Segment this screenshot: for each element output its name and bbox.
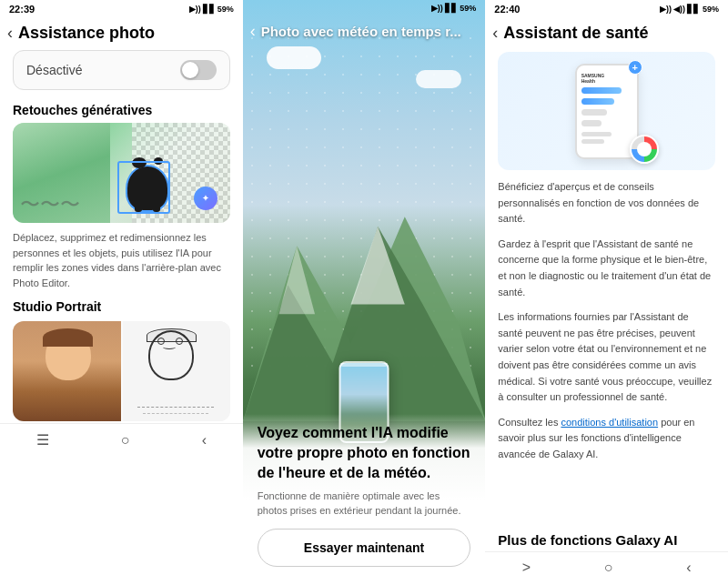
nav-back-3[interactable]: ‹ (686, 560, 691, 576)
battery-icon: 59% (217, 5, 234, 14)
signal-icon-3: ▶)) (660, 5, 672, 14)
panel2-bottom: Voyez comment l'IA modifie votre propre … (243, 414, 486, 585)
back-button-1[interactable]: ‹ (7, 24, 13, 43)
generative-retouches-desc: Déplacez, supprimez et redimensionnez le… (0, 223, 243, 296)
battery-icon-2: ▋▋ 59% (445, 4, 477, 13)
health-text-2: Gardez à l'esprit que l'Assistant de san… (498, 237, 715, 300)
health-text-4-prefix: Consultez les (498, 417, 561, 428)
page-title-3: Assistant de santé (503, 24, 648, 43)
health-ring-chart (630, 135, 659, 164)
dashed-path-icon: 〜〜〜 (20, 191, 80, 218)
status-icons-3: ▶)) ◀)) ▋▋ 59% (660, 5, 719, 14)
nav-back-1[interactable]: ‹ (202, 432, 207, 449)
panel-assistance-photo: 22:39 ▶)) ▋▋ 59% ‹ Assistance photo Désa… (0, 0, 243, 585)
nav-recent-3[interactable]: > (522, 560, 531, 576)
health-bar-6 (581, 139, 604, 144)
health-bar-1 (581, 87, 622, 94)
signal-icon-2: ▶)) (431, 4, 443, 13)
studio-portrait-image (13, 321, 230, 421)
time-3: 22:40 (494, 4, 520, 15)
page-title-1: Assistance photo (18, 24, 155, 43)
plus-badge: + (628, 60, 642, 75)
page-title-2: Photo avec météo en temps r... (261, 24, 461, 39)
ai-badge: ✦ (194, 187, 217, 210)
health-bar-3 (581, 109, 607, 116)
weather-subtext: Fonctionne de manière optimale avec les … (258, 489, 471, 518)
page-header-3: ‹ Assistant de santé (485, 18, 728, 48)
portrait-photo (13, 321, 121, 421)
health-illustration: SAMSUNGHealth + (498, 52, 715, 170)
back-button-3[interactable]: ‹ (492, 24, 498, 43)
header-overlay: ▶)) ▋▋ 59% ‹ Photo avec météo en temps r… (243, 0, 486, 46)
section-title-portrait: Studio Portrait (0, 296, 243, 319)
conditions-link[interactable]: conditions d'utilisation (561, 417, 658, 428)
health-bar-4 (581, 120, 602, 126)
nav-home-3[interactable]: ○ (604, 560, 613, 576)
samsung-health-label: SAMSUNGHealth (581, 73, 632, 84)
try-now-button[interactable]: Essayer maintenant (258, 529, 471, 567)
health-text-3: Les informations fournies par l'Assistan… (498, 309, 715, 406)
health-text-1: Bénéficiez d'aperçus et de conseils pers… (498, 179, 715, 227)
wifi-icon: ▋▋ (203, 5, 216, 14)
nav-bar-1: ☰ ○ ‹ (0, 423, 243, 458)
time-1: 22:39 (9, 4, 35, 15)
weather-headline: Voyez comment l'IA modifie votre propre … (258, 423, 471, 482)
status-icons-2: ▶)) ▋▋ 59% (431, 4, 477, 13)
toggle-switch[interactable] (180, 60, 217, 80)
phone-health-mockup: SAMSUNGHealth (575, 64, 639, 159)
page-header-2: ‹ Photo avec météo en temps r... (243, 16, 486, 46)
health-bar-2 (581, 98, 614, 105)
nav-home-1[interactable]: ○ (121, 432, 130, 449)
status-bar-1: 22:39 ▶)) ▋▋ 59% (0, 0, 243, 18)
panel-weather-photo: ▶)) ▋▋ 59% ‹ Photo avec météo en temps r… (243, 0, 486, 585)
status-bar-2: ▶)) ▋▋ 59% (243, 0, 486, 16)
selection-box (117, 161, 170, 214)
nav-recent-1[interactable]: ☰ (36, 431, 49, 449)
portrait-sketch (121, 321, 229, 421)
health-body-text: Bénéficiez d'aperçus et de conseils pers… (485, 179, 728, 525)
more-functions-title: Plus de fonctions Galaxy AI (485, 525, 728, 551)
page-header-1: ‹ Assistance photo (0, 18, 243, 48)
generative-retouches-image: 〜〜〜 ✦ (13, 123, 230, 223)
section-title-generative: Retouches génératives (0, 99, 243, 123)
toggle-row[interactable]: Désactivé (13, 50, 230, 90)
health-bar-5 (581, 132, 612, 136)
panel-health-assistant: 22:40 ▶)) ◀)) ▋▋ 59% ‹ Assistant de sant… (485, 0, 728, 585)
nav-bar-3: > ○ ‹ (485, 551, 728, 585)
status-bar-3: 22:40 ▶)) ◀)) ▋▋ 59% (485, 0, 728, 18)
battery-icon-3: ◀)) ▋▋ 59% (673, 5, 719, 14)
signal-icon: ▶)) (189, 5, 201, 14)
status-icons-1: ▶)) ▋▋ 59% (189, 5, 234, 14)
phone-health-wrapper: SAMSUNGHealth + (575, 64, 639, 159)
back-button-2[interactable]: ‹ (250, 22, 256, 41)
toggle-label: Désactivé (26, 63, 82, 77)
health-text-4: Consultez les conditions d'utilisation p… (498, 415, 715, 463)
